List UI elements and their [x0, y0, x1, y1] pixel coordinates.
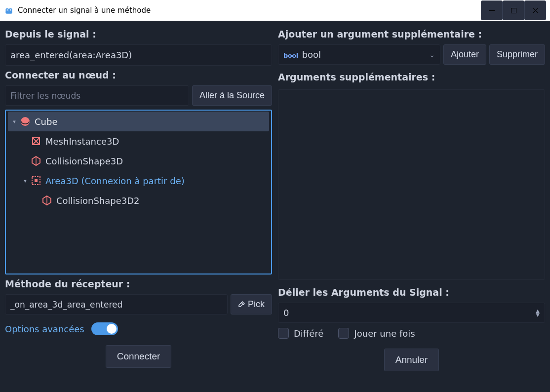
- extra-args-list[interactable]: [278, 89, 545, 280]
- receiver-method-input[interactable]: [5, 294, 228, 314]
- add-extra-arg-label: Ajouter un argument supplémentaire :: [278, 29, 545, 39]
- tree-node-area3d[interactable]: ▾ Area3D (Connexion à partir de): [8, 171, 269, 191]
- pick-button[interactable]: Pick: [231, 294, 272, 314]
- window-title: Connecter un signal à une méthode: [18, 6, 481, 15]
- tree-node-label: MeshInstance3D: [45, 136, 119, 147]
- meshinstance3d-icon: [31, 136, 41, 147]
- godot-logo-icon: [4, 5, 14, 15]
- deferred-label: Différé: [294, 328, 323, 339]
- advanced-options-link[interactable]: Options avancées: [5, 324, 84, 334]
- unbind-args-label: Délier les Arguments du Signal :: [278, 287, 545, 298]
- tree-node-label: CollisionShape3D: [45, 156, 123, 166]
- svg-point-8: [21, 117, 30, 126]
- checkbox-box-icon: [278, 328, 289, 339]
- receiver-method-label: Méthode du récepteur :: [5, 278, 272, 289]
- add-arg-button[interactable]: Ajouter: [443, 44, 486, 65]
- go-to-source-button[interactable]: Aller à la Source: [192, 85, 272, 106]
- svg-point-2: [6, 9, 8, 11]
- checkbox-box-icon: [338, 328, 349, 339]
- window-maximize-button[interactable]: [503, 0, 524, 20]
- svg-rect-14: [35, 179, 38, 182]
- deferred-checkbox[interactable]: Différé: [278, 328, 323, 339]
- bool-type-icon: bool: [283, 52, 298, 59]
- filter-nodes-input[interactable]: [5, 85, 189, 106]
- one-shot-checkbox[interactable]: Jouer une fois: [338, 328, 415, 339]
- window-titlebar: Connecter un signal à une méthode: [0, 0, 550, 21]
- connect-to-node-label: Connecter au nœud :: [5, 70, 272, 80]
- area3d-icon: [31, 175, 41, 186]
- advanced-toggle[interactable]: [91, 322, 118, 335]
- remove-arg-button[interactable]: Supprimer: [489, 44, 545, 65]
- chevron-down-icon[interactable]: ▾: [22, 177, 29, 184]
- pick-button-label: Pick: [248, 299, 265, 310]
- cancel-button[interactable]: Annuler: [384, 349, 439, 371]
- left-column: Depuis le signal : area_entered(area:Are…: [5, 25, 272, 371]
- unbind-count-spinner[interactable]: 0 ▲▼: [278, 303, 545, 323]
- window-minimize-button[interactable]: [481, 0, 503, 20]
- tree-node-cube[interactable]: ▾ Cube: [8, 112, 269, 131]
- from-signal-field: area_entered(area:Area3D): [5, 44, 272, 66]
- node3d-icon: [20, 116, 31, 127]
- spinner-arrows-icon[interactable]: ▲▼: [536, 309, 540, 317]
- eyedropper-icon: [238, 301, 245, 308]
- collisionshape3d-icon: [31, 156, 41, 166]
- right-column: Ajouter un argument supplémentaire : boo…: [278, 25, 545, 371]
- tree-node-meshinstance3d[interactable]: MeshInstance3D: [8, 131, 269, 151]
- tree-node-collisionshape3d2[interactable]: CollisionShape3D2: [8, 191, 269, 210]
- node-tree[interactable]: ▾ Cube MeshInstance3D CollisionShape3D ▾: [5, 110, 272, 274]
- arg-type-select[interactable]: boolbool ⌄: [278, 44, 440, 65]
- chevron-down-icon[interactable]: ▾: [11, 118, 18, 125]
- svg-point-3: [10, 9, 11, 11]
- tree-node-label: Area3D (Connexion à partir de): [45, 176, 185, 186]
- connect-button[interactable]: Connecter: [106, 345, 172, 368]
- tree-node-label: CollisionShape3D2: [56, 196, 140, 206]
- window-close-button[interactable]: [524, 0, 546, 20]
- chevron-down-icon: ⌄: [429, 51, 435, 59]
- arg-type-value: bool: [302, 49, 321, 60]
- svg-rect-5: [511, 8, 516, 13]
- one-shot-label: Jouer une fois: [354, 328, 415, 339]
- unbind-count-value: 0: [283, 308, 289, 318]
- tree-node-collisionshape3d[interactable]: CollisionShape3D: [8, 151, 269, 171]
- extra-args-label: Arguments supplémentaires :: [278, 72, 545, 82]
- from-signal-label: Depuis le signal :: [5, 29, 272, 39]
- tree-node-label: Cube: [35, 117, 57, 127]
- collisionshape3d-icon: [41, 195, 52, 206]
